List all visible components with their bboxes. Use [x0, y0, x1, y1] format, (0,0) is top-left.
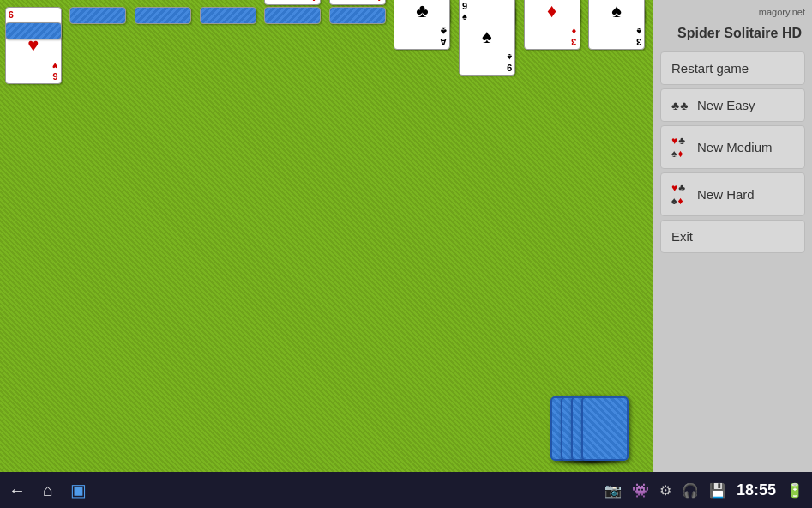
easy-suits-icon: ♣♣ [671, 99, 690, 112]
card[interactable]: A♦♦A♦ [264, 0, 321, 5]
column-10[interactable]: 3♠♠3♠ [586, 7, 650, 84]
column-4[interactable]: 2♦♦2♦ [198, 7, 262, 84]
deck-card-4[interactable] [581, 396, 629, 461]
column-5[interactable]: A♦♦A♦ [262, 7, 326, 84]
back-button[interactable]: ← [9, 481, 26, 500]
exit-label: Exit [671, 229, 693, 244]
column-9[interactable]: 3♦♦3♦ [522, 7, 586, 84]
game-icon[interactable]: 👾 [632, 482, 649, 499]
new-easy-label: New Easy [697, 98, 755, 112]
card[interactable] [5, 22, 62, 39]
restart-button[interactable]: Restart game [660, 51, 805, 85]
deck-pile[interactable] [550, 392, 645, 461]
website-label: magory.net [660, 7, 805, 19]
exit-button[interactable]: Exit [660, 220, 805, 253]
home-button[interactable]: ⌂ [43, 481, 53, 500]
column-6[interactable]: 4♦♦4♦ [328, 7, 391, 84]
battery-icon: 🔋 [786, 482, 803, 499]
column-2[interactable]: 10♣♣10♣ [69, 7, 132, 84]
medium-suits-icon: ♥♣ ♠♦ [671, 135, 690, 160]
new-hard-label: New Hard [697, 187, 755, 202]
card[interactable]: 6♥♥6♥ [5, 7, 62, 84]
new-hard-button[interactable]: ♥♣ ♠♦ New Hard [660, 172, 805, 216]
restart-label: Restart game [671, 61, 749, 76]
card[interactable]: A♣♣A♣ [394, 0, 450, 50]
settings-icon[interactable]: ⚙ [659, 482, 671, 499]
recent-apps-button[interactable]: ▣ [70, 480, 87, 500]
card[interactable] [200, 7, 256, 24]
card[interactable] [69, 7, 126, 24]
new-medium-button[interactable]: ♥♣ ♠♦ New Medium [660, 125, 805, 169]
column-3[interactable]: 3♣♣3♣2♣♣2♣ [133, 7, 196, 84]
new-medium-label: New Medium [697, 140, 773, 154]
taskbar-right: 📷 👾 ⚙ 🎧 💾 18:55 🔋 [604, 481, 803, 499]
card[interactable] [264, 7, 321, 24]
card[interactable]: 3♠♠3♠ [588, 0, 645, 50]
storage-icon[interactable]: 💾 [709, 482, 726, 499]
column-7[interactable]: A♣♣A♣ [393, 7, 456, 84]
screenshot-icon[interactable]: 📷 [604, 482, 622, 499]
app-title: Spider Solitaire HD [660, 22, 805, 48]
clock-display: 18:55 [737, 481, 776, 499]
card[interactable]: 3♦♦3♦ [524, 0, 580, 50]
column-1[interactable]: 6♥♥6♥ [3, 7, 67, 84]
new-easy-button[interactable]: ♣♣ New Easy [660, 88, 805, 122]
hard-suits-icon: ♥♣ ♠♦ [671, 182, 690, 207]
card[interactable]: 4♦♦4♦ [329, 0, 386, 5]
card[interactable] [135, 7, 191, 24]
card[interactable]: 9♠♠9♠ [459, 0, 515, 76]
headphone-icon[interactable]: 🎧 [682, 482, 699, 499]
menu-panel: magory.net Spider Solitaire HD Restart g… [653, 0, 812, 472]
card[interactable] [329, 7, 386, 24]
taskbar: ← ⌂ ▣ 📷 👾 ⚙ 🎧 💾 18:55 🔋 [0, 472, 812, 508]
column-8[interactable]: 6♥♥6♥9♠♠9♠ [457, 7, 520, 84]
